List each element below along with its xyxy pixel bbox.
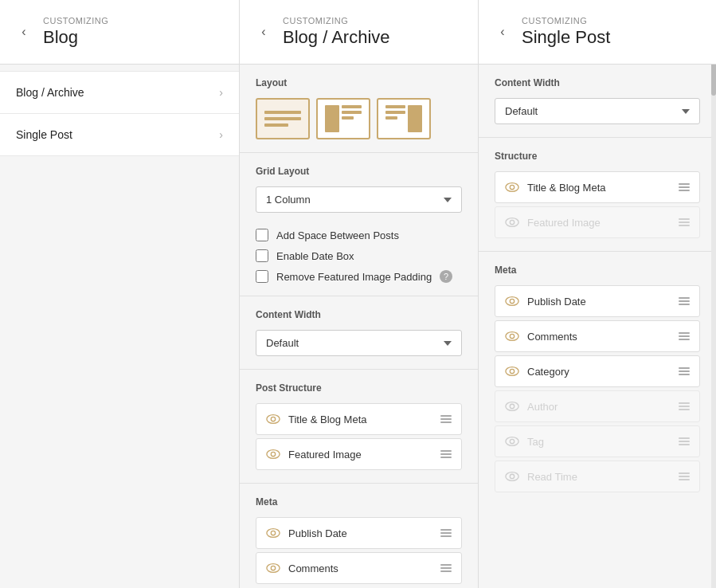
svg-point-3 xyxy=(271,452,275,456)
single-meta-section: Meta Publish Date xyxy=(479,252,716,505)
single-drag-category[interactable] xyxy=(679,367,690,375)
d2 xyxy=(679,335,690,337)
single-structure-section: Structure Title & Blog Meta xyxy=(479,138,716,251)
single-back-button[interactable]: ‹ xyxy=(491,21,514,43)
post-structure-section: Post Structure Title & Blog Meta xyxy=(240,370,478,483)
d3 xyxy=(679,304,690,305)
checkbox-add-space-label: Add Space Between Posts xyxy=(276,229,399,241)
checkbox-add-space: Add Space Between Posts xyxy=(256,229,462,241)
checkbox-date-box-input[interactable] xyxy=(256,249,268,262)
drag-line1 xyxy=(440,564,452,566)
scrollbar-track xyxy=(711,0,716,588)
d1 xyxy=(679,332,690,334)
checkboxes-section: Add Space Between Posts Enable Date Box … xyxy=(240,229,478,296)
content-width-select[interactable]: Default Full Width Narrow xyxy=(256,330,462,356)
svg-point-9 xyxy=(510,185,514,189)
split-left-img xyxy=(325,105,339,132)
single-drag-author[interactable] xyxy=(679,402,690,410)
archive-back-button[interactable]: ‹ xyxy=(252,21,275,43)
post-structure-label: Post Structure xyxy=(256,382,462,394)
eye-closed-tag xyxy=(505,434,519,449)
chevron-right-icon-archive: › xyxy=(219,86,223,99)
single-meta-comments[interactable]: Comments xyxy=(495,320,700,352)
eye-open-publish xyxy=(505,294,519,308)
structure-item-title-meta[interactable]: Title & Blog Meta xyxy=(256,403,462,435)
eye-closed-read-time xyxy=(505,469,519,484)
single-meta-category[interactable]: Category xyxy=(495,355,700,387)
checkbox-featured-padding: Remove Featured Image Padding ? xyxy=(256,270,462,283)
d1 xyxy=(679,297,690,299)
single-meta-tag[interactable]: Tag xyxy=(495,425,700,457)
grid-layout-select[interactable]: 1 Column 2 Columns 3 Columns xyxy=(256,186,462,213)
d2 xyxy=(679,300,690,302)
meta-item-publish-date[interactable]: Publish Date xyxy=(256,517,462,549)
svg-point-11 xyxy=(510,220,514,224)
blog-back-button[interactable]: ‹ xyxy=(13,21,35,43)
line2 xyxy=(264,117,301,120)
single-drag-featured[interactable] xyxy=(679,218,690,226)
layout-icons-group xyxy=(256,98,462,139)
eye-open-icon-featured xyxy=(266,447,280,461)
eye-closed-single-featured xyxy=(505,215,519,229)
svg-point-2 xyxy=(267,450,280,459)
single-meta-publish-date[interactable]: Publish Date xyxy=(495,285,700,317)
single-drag-read-time[interactable] xyxy=(679,472,690,480)
meta-label: Meta xyxy=(256,496,462,508)
single-comments-label: Comments xyxy=(527,331,671,343)
checkbox-add-space-input[interactable] xyxy=(256,229,268,241)
drag-handle-comments[interactable] xyxy=(440,564,452,572)
layout-full-width-button[interactable] xyxy=(256,98,310,139)
checkbox-group: Add Space Between Posts Enable Date Box … xyxy=(256,229,462,283)
blog-panel-header: ‹ Customizing Blog xyxy=(0,0,239,65)
single-content-width-select[interactable]: Default Full Width Narrow xyxy=(495,98,700,124)
single-structure-featured-image[interactable]: Featured Image xyxy=(495,206,700,238)
drag-line2 xyxy=(440,453,452,455)
split-line1 xyxy=(342,105,362,108)
meta-item-comments[interactable]: Comments xyxy=(256,552,462,584)
single-drag-tag[interactable] xyxy=(679,437,690,445)
d2 xyxy=(679,476,690,477)
drag-line1 xyxy=(440,450,452,452)
drag-line1 xyxy=(440,415,452,417)
drag-line2 xyxy=(440,418,452,420)
eye-open-comments xyxy=(505,329,519,343)
svg-point-0 xyxy=(267,415,280,424)
layout-right-icon xyxy=(385,105,422,132)
nav-item-blog-archive[interactable]: Blog / Archive › xyxy=(0,71,239,114)
drag-line3 xyxy=(440,570,452,572)
single-meta-author[interactable]: Author xyxy=(495,390,700,422)
content-width-section: Content Width Default Full Width Narrow xyxy=(240,296,478,369)
svg-point-23 xyxy=(510,474,514,478)
content-width-label: Content Width xyxy=(256,309,462,320)
d2 xyxy=(679,370,690,372)
single-structure-title-meta[interactable]: Title & Blog Meta xyxy=(495,171,700,203)
svg-point-22 xyxy=(506,472,518,481)
meta-publish-date-label: Publish Date xyxy=(288,527,432,539)
checkbox-featured-padding-input[interactable] xyxy=(256,270,268,283)
single-meta-read-time[interactable]: Read Time xyxy=(495,461,700,492)
layout-left-image-button[interactable] xyxy=(316,98,370,139)
single-tag-label: Tag xyxy=(527,436,671,448)
grid-layout-section: Grid Layout 1 Column 2 Columns 3 Columns xyxy=(240,153,478,225)
layout-right-image-button[interactable] xyxy=(377,98,431,139)
d1 xyxy=(679,437,690,439)
archive-panel-title: Blog / Archive xyxy=(283,27,390,48)
single-drag-publish[interactable] xyxy=(679,297,690,305)
drag-handle-featured[interactable] xyxy=(440,450,452,458)
drag-handle-publish[interactable] xyxy=(440,529,452,537)
svg-point-6 xyxy=(267,564,280,573)
single-drag-comments[interactable] xyxy=(679,332,690,340)
single-panel-header: ‹ Customizing Single Post xyxy=(479,0,716,65)
blog-nav-items: Blog / Archive › Single Post › xyxy=(0,71,239,156)
help-icon[interactable]: ? xyxy=(440,270,452,283)
eye-open-category xyxy=(505,364,519,378)
single-drag-title[interactable] xyxy=(679,183,690,191)
single-read-time-label: Read Time xyxy=(527,471,671,483)
svg-point-19 xyxy=(510,404,514,408)
structure-item-featured-image[interactable]: Featured Image xyxy=(256,438,462,470)
archive-panel-header: ‹ Customizing Blog / Archive xyxy=(240,0,478,65)
drag-line3 xyxy=(440,535,452,537)
nav-item-single-post[interactable]: Single Post › xyxy=(0,114,239,156)
single-post-panel: ‹ Customizing Single Post Content Width … xyxy=(479,0,716,588)
drag-handle-title-meta[interactable] xyxy=(440,415,452,423)
